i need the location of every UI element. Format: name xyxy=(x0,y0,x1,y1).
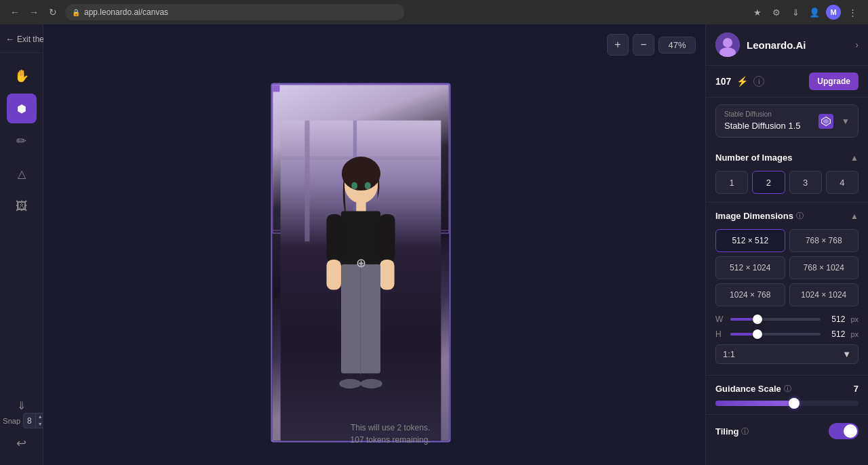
dim-grid: 512 × 512 768 × 768 512 × 1024 768 × 102… xyxy=(715,229,859,306)
height-slider-row: H 512 px xyxy=(715,329,859,339)
hand-tool-btn[interactable]: ✋ xyxy=(7,61,37,91)
panel-collapse-btn[interactable]: › xyxy=(855,39,859,50)
height-value: 512 xyxy=(826,329,845,339)
zoom-in-btn[interactable]: + xyxy=(607,34,629,56)
canvas-svg-figure xyxy=(273,120,450,441)
guidance-value: 7 xyxy=(854,384,859,394)
guidance-fill xyxy=(715,401,794,406)
num-images-btn-1[interactable]: 1 xyxy=(715,171,748,194)
browser-star-btn[interactable]: ★ xyxy=(750,5,765,20)
snap-number: 8 xyxy=(24,416,35,426)
dim-btn-768x1024[interactable]: 768 × 1024 xyxy=(789,256,859,279)
panel-brand: Leonardo.Ai xyxy=(747,39,806,51)
width-value: 512 xyxy=(826,315,845,324)
image-tool-btn[interactable]: 🖼 xyxy=(7,191,37,221)
width-slider[interactable] xyxy=(730,318,821,321)
fill-icon: △ xyxy=(18,167,26,180)
dim-btn-1024x768[interactable]: 1024 × 768 xyxy=(715,283,785,306)
aspect-ratio-dropdown[interactable]: 1:1 ▼ xyxy=(715,344,859,364)
width-label: W xyxy=(715,315,725,324)
num-images-collapse-btn[interactable]: ▲ xyxy=(850,153,859,163)
plus-icon: + xyxy=(614,39,620,51)
svg-rect-9 xyxy=(341,211,380,265)
guidance-header: Guidance Scale ⓘ 7 xyxy=(715,384,859,394)
zoom-controls: + − 47% xyxy=(607,34,696,56)
width-unit: px xyxy=(850,315,859,323)
dim-btn-512x512[interactable]: 512 × 512 xyxy=(715,229,785,252)
tiling-toggle[interactable] xyxy=(829,423,859,439)
aspect-dropdown-chevron: ▼ xyxy=(842,349,851,359)
browser-url-text: app.leonardo.ai/canvas xyxy=(84,7,168,17)
canvas-area[interactable]: + − 47% xyxy=(43,24,705,465)
dim-title-row: Image Dimensions ⓘ xyxy=(715,211,804,221)
token-info-btn[interactable]: i xyxy=(753,76,764,87)
eraser-tool-btn[interactable]: ✏ xyxy=(7,126,37,156)
dim-btn-1024x1024[interactable]: 1024 × 1024 xyxy=(789,283,859,306)
minus-icon: − xyxy=(640,39,646,51)
back-arrow-icon: ← xyxy=(5,34,14,44)
model-selector[interactable]: Stable Diffusion Stable Diffusion 1.5 ▼ xyxy=(715,104,859,138)
token-count: 107 xyxy=(715,76,731,87)
dim-btn-512x1024[interactable]: 512 × 1024 xyxy=(715,256,785,279)
num-images-btn-3[interactable]: 3 xyxy=(789,171,822,194)
browser-url-bar[interactable]: 🔒 app.leonardo.ai/canvas xyxy=(65,4,404,20)
snap-label: Snap xyxy=(3,417,20,425)
svg-rect-11 xyxy=(380,214,395,262)
num-images-header: Number of Images ▲ xyxy=(715,153,859,163)
svg-point-19 xyxy=(723,38,732,47)
guidance-title-row: Guidance Scale ⓘ xyxy=(715,384,791,394)
browser-download-btn[interactable]: ⇓ xyxy=(788,5,803,20)
guidance-info-icon[interactable]: ⓘ xyxy=(784,384,791,394)
dim-btn-768x768[interactable]: 768 × 768 xyxy=(789,229,859,252)
browser-refresh-btn[interactable]: ↻ xyxy=(46,5,60,19)
height-slider[interactable] xyxy=(730,333,821,336)
canvas-image-container: ⊕ xyxy=(271,83,451,443)
eraser-icon: ✏ xyxy=(16,134,26,148)
browser-actions: ★ ⚙ ⇓ 👤 M ⋮ xyxy=(750,5,860,20)
svg-rect-12 xyxy=(327,260,341,290)
tiling-row: Tiling ⓘ xyxy=(715,423,859,439)
select-tool-btn[interactable]: ⬢ xyxy=(7,94,37,123)
undo-icon: ↩ xyxy=(16,436,26,451)
num-images-btn-4[interactable]: 4 xyxy=(826,171,859,194)
svg-point-17 xyxy=(361,379,382,388)
zoom-out-btn[interactable]: − xyxy=(633,34,654,56)
svg-rect-13 xyxy=(380,260,395,290)
svg-rect-1 xyxy=(305,120,310,241)
toggle-knob xyxy=(844,424,857,438)
browser-forward-btn[interactable]: → xyxy=(27,5,41,19)
browser-profile-btn[interactable]: 👤 xyxy=(807,5,822,20)
left-toolbar: ← Exit the editor ✋ ⬢ ✏ △ 🖼 ⇓ Snap xyxy=(0,24,43,465)
right-panel: Leonardo.Ai › 107 ⚡ i Upgrade Stable Dif… xyxy=(705,24,868,465)
height-label: H xyxy=(715,329,725,339)
svg-point-5 xyxy=(342,157,380,190)
svg-rect-8 xyxy=(357,200,366,212)
dim-info-icon[interactable]: ⓘ xyxy=(796,211,804,221)
model-name: Stable Diffusion 1.5 xyxy=(724,121,801,131)
browser-menu-btn[interactable]: ⋮ xyxy=(845,5,860,20)
token-info: This will use 2 tokens. 107 tokens remai… xyxy=(351,422,431,446)
num-images-btn-2[interactable]: 2 xyxy=(752,171,785,194)
panel-avatar xyxy=(715,33,740,57)
guidance-title: Guidance Scale xyxy=(715,384,781,394)
snap-value-box[interactable]: 8 ▲ ▼ xyxy=(23,413,45,428)
tiling-section: Tiling ⓘ xyxy=(706,415,868,447)
panel-header: Leonardo.Ai › xyxy=(706,24,868,66)
guidance-slider[interactable] xyxy=(715,401,859,406)
app-container: ← Exit the editor ✋ ⬢ ✏ △ 🖼 ⇓ Snap xyxy=(0,24,868,465)
svg-point-16 xyxy=(340,379,361,388)
tiling-info-icon[interactable]: ⓘ xyxy=(741,426,749,437)
browser-back-btn[interactable]: ← xyxy=(8,5,22,19)
svg-marker-22 xyxy=(823,119,829,124)
num-images-buttons: 1 2 3 4 xyxy=(715,171,859,194)
undo-btn[interactable]: ↩ xyxy=(7,428,37,458)
tiling-title: Tiling xyxy=(715,426,738,437)
model-chevron-icon: ▼ xyxy=(842,117,850,126)
upgrade-btn[interactable]: Upgrade xyxy=(809,73,859,90)
browser-ext-btn[interactable]: ⚙ xyxy=(769,5,784,20)
fill-tool-btn[interactable]: △ xyxy=(7,159,37,188)
browser-avatar[interactable]: M xyxy=(826,5,841,20)
lock-icon: 🔒 xyxy=(72,9,80,16)
number-of-images-section: Number of Images ▲ 1 2 3 4 xyxy=(706,144,868,203)
dim-collapse-btn[interactable]: ▲ xyxy=(850,211,859,221)
